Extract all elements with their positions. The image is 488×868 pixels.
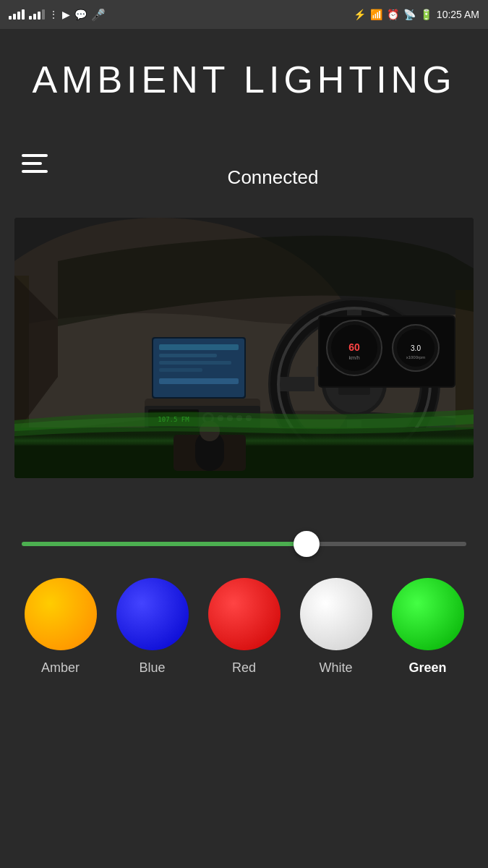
red-label: Red [232, 660, 256, 676]
slider-section [0, 507, 488, 563]
color-item-red[interactable]: Red [208, 578, 281, 676]
red-button[interactable] [208, 578, 281, 650]
green-label: Green [408, 660, 446, 676]
carrier-label: ⋮ [49, 9, 58, 20]
status-left: ⋮ ▶ 💬 🎤 [9, 8, 106, 22]
signal-icon [9, 9, 25, 20]
white-label: White [319, 660, 352, 676]
color-item-white[interactable]: White [300, 578, 372, 676]
amber-label: Amber [41, 660, 80, 676]
message-icon: 💬 [74, 9, 87, 20]
svg-rect-6 [159, 354, 217, 357]
color-item-amber[interactable]: Amber [25, 578, 97, 676]
menu-icon [22, 154, 48, 173]
svg-rect-5 [159, 344, 239, 350]
brightness-slider[interactable] [22, 542, 466, 546]
svg-rect-8 [159, 368, 202, 372]
status-right: ⚡ 📶 ⏰ 📡 🔋 10:25 AM [354, 9, 479, 20]
svg-text:3.0: 3.0 [411, 344, 421, 352]
signal2-icon [29, 9, 45, 20]
battery-icon: 🔋 [420, 9, 432, 20]
green-button[interactable] [392, 578, 464, 650]
middle-section: Connected [0, 123, 488, 203]
blue-label: Blue [139, 660, 165, 676]
mic-icon: 🎤 [91, 8, 106, 22]
status-bar: ⋮ ▶ 💬 🎤 ⚡ 📶 ⏰ 📡 🔋 10:25 AM [0, 0, 488, 29]
header: AMBIENT LIGHTING [0, 29, 488, 123]
color-item-green[interactable]: Green [392, 578, 464, 676]
color-item-blue[interactable]: Blue [116, 578, 189, 676]
alarm-icon: ⏰ [387, 9, 399, 20]
playstore-icon: ▶ [62, 9, 70, 20]
car-image: 107.5 FM 60 [14, 218, 474, 478]
bluetooth-icon: ⚡ [354, 9, 366, 20]
connection-status: Connected [228, 166, 319, 188]
svg-text:km/h: km/h [348, 355, 359, 360]
white-button[interactable] [300, 578, 372, 650]
app-title: AMBIENT LIGHTING [14, 58, 474, 101]
status-time: 10:25 AM [437, 9, 479, 20]
svg-rect-9 [159, 378, 239, 384]
color-buttons-section: Amber Blue Red White Green [0, 563, 488, 697]
svg-text:x1000rpm: x1000rpm [406, 355, 426, 359]
svg-rect-7 [159, 361, 231, 365]
menu-button[interactable] [22, 154, 48, 173]
wifi-icon: 📡 [403, 9, 416, 20]
svg-text:60: 60 [348, 341, 360, 353]
sim-icon: 📶 [370, 9, 382, 20]
amber-button[interactable] [25, 578, 97, 650]
blue-button[interactable] [116, 578, 189, 650]
